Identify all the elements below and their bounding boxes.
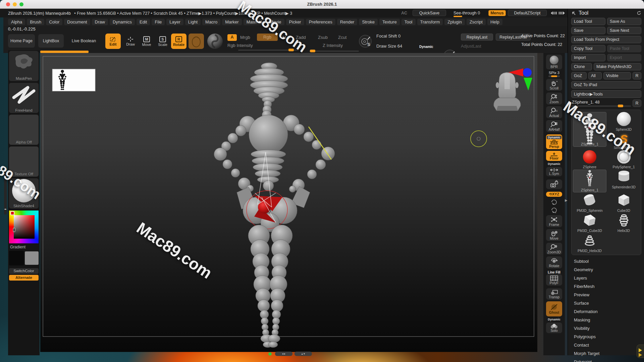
section-subtool[interactable]: Subtool xyxy=(571,257,641,265)
current-brush-preview[interactable] xyxy=(189,34,204,49)
goz-to-ipad-button[interactable]: GoZ To iPad xyxy=(571,81,641,88)
orientation-head-gizmo[interactable] xyxy=(494,72,521,111)
menu-layer[interactable]: Layer xyxy=(166,19,183,25)
z-intensity-slider[interactable] xyxy=(309,51,359,52)
section-layers[interactable]: Layers xyxy=(571,274,641,282)
draw-mode-button[interactable]: Draw xyxy=(123,34,138,49)
section-deformation[interactable]: Deformation xyxy=(571,307,641,316)
goz-visible-button[interactable]: Visible xyxy=(603,72,631,79)
see-through-slider[interactable]: See-through 0 xyxy=(453,11,480,15)
solo-button[interactable]: Solo xyxy=(546,322,562,333)
rgb-toggle[interactable]: Rgb xyxy=(257,34,278,41)
clone-button[interactable]: Clone xyxy=(571,63,592,70)
section-contact[interactable]: Contact xyxy=(571,341,641,349)
goz-all-button[interactable]: All xyxy=(588,72,602,79)
replay-last-button[interactable]: ReplayLast xyxy=(461,34,493,41)
adjust-last-button[interactable]: AdjustLast xyxy=(461,44,481,49)
section-surface[interactable]: Surface xyxy=(571,299,641,307)
scale-mode-button[interactable]: S Scale xyxy=(155,34,170,49)
lightbox-button[interactable]: LightBox xyxy=(38,34,64,48)
paste-tool-button[interactable]: Paste Tool xyxy=(607,45,641,52)
frame-button[interactable]: Frame xyxy=(546,215,562,227)
live-boolean-button[interactable]: Live Boolean xyxy=(68,34,100,48)
tool-thumb-polysphere[interactable]: PolySphere_1 xyxy=(608,150,640,169)
floor-button[interactable]: Floor xyxy=(546,151,562,161)
lsym-button[interactable]: L.Sym xyxy=(546,167,562,176)
scroll-button[interactable]: Scroll xyxy=(546,79,562,91)
menu-file[interactable]: File xyxy=(152,19,165,25)
menu-draw[interactable]: Draw xyxy=(92,19,108,25)
rotate-z-icon[interactable]: z xyxy=(550,206,558,214)
section-polygroups[interactable]: Polygroups xyxy=(571,333,641,341)
lightbox-drag-bar[interactable] xyxy=(40,51,89,53)
current-material-preview[interactable] xyxy=(207,34,223,49)
spix-slider[interactable]: SPix 3 xyxy=(548,71,560,77)
sv-square[interactable] xyxy=(14,215,35,239)
partial-floating-widget[interactable] xyxy=(637,345,644,358)
move-view-button[interactable]: Move xyxy=(546,229,562,241)
section-morph-target[interactable]: Morph Target xyxy=(571,349,641,358)
menu-zscript[interactable]: Zscript xyxy=(467,19,486,25)
lightbox-tools-button[interactable]: Lightbox▶Tools xyxy=(571,90,641,98)
alpha-slot[interactable]: Alpha Off xyxy=(9,115,39,145)
menu-marker[interactable]: Marker xyxy=(222,19,241,25)
mrgb-toggle[interactable]: Mrgb xyxy=(240,35,250,40)
menu-texture[interactable]: Texture xyxy=(379,19,400,25)
zadd-toggle[interactable]: Zadd xyxy=(296,35,306,40)
edit-mode-button[interactable]: Edit xyxy=(105,34,121,49)
menu-brush[interactable]: Brush xyxy=(27,19,44,25)
import-button[interactable]: Import xyxy=(571,54,605,61)
section-polypaint[interactable]: Polypaint xyxy=(571,358,641,362)
panel-pin-icon[interactable] xyxy=(571,11,576,15)
tool-thumb-pm3d-helix3d[interactable]: PM3D_Helix3D xyxy=(573,233,606,253)
section-visibility[interactable]: Visibility xyxy=(571,324,641,333)
zsphere-mannequin-model[interactable] xyxy=(214,63,335,348)
menu-movie[interactable]: Movie xyxy=(267,19,284,25)
aahalf-button[interactable]: AAHalf xyxy=(546,120,562,132)
bpr-button[interactable]: BPR xyxy=(546,55,562,69)
rotate-mode-button[interactable]: R Rotate xyxy=(171,34,186,49)
see-through-nub[interactable] xyxy=(453,16,462,17)
stroke-slot-freehand[interactable]: FreeHand xyxy=(9,83,39,113)
document-thumbnail[interactable] xyxy=(52,69,95,91)
move-mode-button[interactable]: M Move xyxy=(139,34,154,49)
section-preview[interactable]: Preview xyxy=(571,291,641,299)
menu-help[interactable]: Help xyxy=(487,19,502,25)
home-page-button[interactable]: Home Page xyxy=(8,34,35,48)
save-as-button[interactable]: Save As xyxy=(607,18,641,25)
tool-thumb-zsphere1[interactable]: ZSphere_1 xyxy=(573,170,606,192)
section-fibermesh[interactable]: FiberMesh xyxy=(571,282,641,291)
alternate-button[interactable]: Alternate xyxy=(9,275,39,281)
rgb-intensity-slider[interactable] xyxy=(238,50,299,51)
menu-picker[interactable]: Picker xyxy=(286,19,304,25)
actual-button[interactable]: x1 Actual xyxy=(546,106,562,118)
material-slot[interactable]: SkinShade4 xyxy=(9,178,39,208)
goz-button[interactable]: GoZ xyxy=(571,72,587,79)
dynamic-draw-label[interactable]: Dynamic xyxy=(419,45,433,49)
goz-r-button[interactable]: R xyxy=(633,72,641,79)
tool-thumb-simplebrush[interactable]: S SimpleBrush xyxy=(608,132,640,149)
export-button[interactable]: Export xyxy=(607,54,641,61)
secondary-color-swatch[interactable] xyxy=(25,251,39,265)
copy-tool-button[interactable]: Copy Tool xyxy=(571,45,605,52)
menu-stroke[interactable]: Stroke xyxy=(359,19,378,25)
ghost-button[interactable]: Ghost xyxy=(546,301,562,316)
menu-preferences[interactable]: Preferences xyxy=(306,19,335,25)
panel-collapse-handle[interactable]: ▶ xyxy=(565,198,568,202)
window-titlebar[interactable]: ZBrush 2026.1 xyxy=(0,0,644,9)
document-canvas[interactable]: .bead{fill:url(#gB);stroke:#565656;strok… xyxy=(40,53,537,352)
rotate-y-icon[interactable] xyxy=(550,198,558,206)
menu-material[interactable]: Material xyxy=(244,19,265,25)
section-geometry[interactable]: Geometry xyxy=(571,265,641,274)
tool-thumb-pm3d-sphereinder[interactable]: PM3D_Spherein xyxy=(573,193,606,213)
active-tool-thumb[interactable]: ZSphere_1 xyxy=(573,112,606,147)
menu-edit[interactable]: Edit xyxy=(137,19,150,25)
panel-refresh-icon[interactable] xyxy=(637,11,641,15)
load-tool-button[interactable]: Load Tool xyxy=(571,18,605,25)
local-pivot-button[interactable] xyxy=(546,179,562,189)
menu-macro[interactable]: Macro xyxy=(202,19,220,25)
main-color-swatch[interactable] xyxy=(9,251,24,265)
section-masking[interactable]: Masking xyxy=(571,316,641,324)
tray-scroll-handle[interactable]: ◂▸ xyxy=(4,168,7,215)
menu-render[interactable]: Render xyxy=(337,19,358,25)
